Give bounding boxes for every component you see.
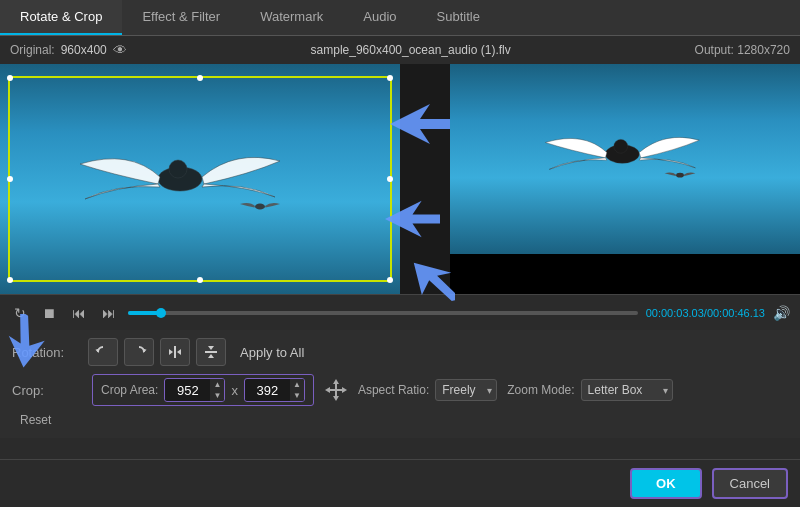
reset-row: Reset [12, 410, 788, 430]
svg-point-5 [676, 173, 684, 178]
crop-handle-br[interactable] [387, 277, 393, 283]
tab-effect-filter[interactable]: Effect & Filter [122, 0, 240, 35]
crop-width-input[interactable] [165, 381, 210, 400]
arrow-indicator-4 [8, 314, 53, 369]
video-background-left [0, 64, 400, 294]
svg-point-1 [169, 160, 187, 178]
svg-marker-7 [385, 201, 440, 238]
crop-height-input[interactable] [245, 381, 290, 400]
rotate-left-button[interactable] [88, 338, 118, 366]
info-bar: Original: 960x400 👁 sample_960x400_ocean… [0, 36, 800, 64]
reset-button[interactable]: Reset [12, 410, 59, 430]
tab-bar: Rotate & Crop Effect & Filter Watermark … [0, 0, 800, 36]
progress-slider[interactable] [128, 311, 638, 315]
bird-left-icon [60, 119, 320, 239]
crop-width-spinners: ▲ ▼ [210, 379, 224, 401]
tab-subtitle[interactable]: Subtitle [417, 0, 500, 35]
svg-marker-8 [406, 259, 455, 314]
filename: sample_960x400_ocean_audio (1).flv [311, 43, 511, 57]
flip-v-icon [203, 344, 219, 360]
cancel-button[interactable]: Cancel [712, 468, 788, 499]
apply-to-all-button[interactable]: Apply to All [232, 341, 312, 364]
crop-height-input-group: ▲ ▼ [244, 378, 305, 402]
crop-width-input-group: ▲ ▼ [164, 378, 225, 402]
zoom-mode-label: Zoom Mode: [507, 383, 574, 397]
tab-watermark[interactable]: Watermark [240, 0, 343, 35]
crop-handle-bl[interactable] [7, 277, 13, 283]
arrow-indicator-3 [400, 259, 455, 314]
rotate-right-icon [131, 344, 147, 360]
svg-marker-6 [390, 104, 450, 144]
svg-marker-23 [342, 387, 347, 393]
svg-marker-16 [208, 346, 214, 350]
crop-handle-mr[interactable] [387, 176, 393, 182]
svg-marker-21 [333, 396, 339, 401]
crop-width-down[interactable]: ▼ [210, 390, 224, 401]
x-separator: x [231, 383, 238, 398]
flip-horizontal-button[interactable] [160, 338, 190, 366]
bottom-controls: Rotation: [0, 330, 800, 438]
action-bar: OK Cancel [0, 459, 800, 507]
svg-marker-13 [169, 349, 173, 355]
crop-height-spinners: ▲ ▼ [290, 379, 304, 401]
aspect-ratio-select[interactable]: Freely 16:9 4:3 1:1 [435, 379, 497, 401]
crop-area-box: Crop Area: ▲ ▼ x ▲ ▼ [92, 374, 314, 406]
prev-frame-button[interactable]: ⏮ [68, 303, 90, 323]
crop-height-up[interactable]: ▲ [290, 379, 304, 390]
flip-h-icon [167, 344, 183, 360]
next-frame-button[interactable]: ⏭ [98, 303, 120, 323]
flip-vertical-button[interactable] [196, 338, 226, 366]
arrow-indicator-2 [385, 199, 440, 239]
video-background-right [450, 64, 800, 254]
aspect-ratio-label: Aspect Ratio: [358, 383, 429, 397]
crop-height-down[interactable]: ▼ [290, 390, 304, 401]
svg-marker-17 [208, 354, 214, 358]
svg-rect-12 [174, 346, 176, 358]
crop-row: Crop: Crop Area: ▲ ▼ x ▲ ▼ [12, 374, 788, 406]
preview-area [0, 64, 800, 294]
crop-handle-tr[interactable] [387, 75, 393, 81]
svg-marker-22 [325, 387, 330, 393]
crop-handle-bm[interactable] [197, 277, 203, 283]
rotation-row: Rotation: [12, 338, 788, 366]
aspect-ratio-group: Aspect Ratio: Freely 16:9 4:3 1:1 [358, 379, 497, 401]
letterbox-bar [450, 254, 800, 294]
bird-right-icon [530, 94, 730, 214]
time-display: 00:00:03.03/00:00:46.13 [646, 307, 765, 319]
rotate-right-button[interactable] [124, 338, 154, 366]
crop-width-up[interactable]: ▲ [210, 379, 224, 390]
svg-marker-14 [177, 349, 181, 355]
svg-point-2 [255, 204, 265, 210]
ok-button[interactable]: OK [630, 468, 702, 499]
svg-marker-9 [8, 314, 51, 369]
zoom-mode-select[interactable]: Letter Box Pan & Scan Full [581, 379, 673, 401]
crop-handle-tl[interactable] [7, 75, 13, 81]
crop-label: Crop: [12, 383, 82, 398]
crop-area-label: Crop Area: [101, 383, 158, 397]
tab-rotate-crop[interactable]: Rotate & Crop [0, 0, 122, 35]
crop-handle-ml[interactable] [7, 176, 13, 182]
progress-thumb[interactable] [156, 308, 166, 318]
rotate-left-icon [95, 344, 111, 360]
volume-icon[interactable]: 🔊 [773, 305, 790, 321]
aspect-ratio-select-wrapper: Freely 16:9 4:3 1:1 [435, 379, 497, 401]
svg-point-4 [614, 139, 628, 153]
zoom-mode-select-wrapper: Letter Box Pan & Scan Full [581, 379, 673, 401]
preview-left [0, 64, 400, 294]
output-info: Output: 1280x720 [695, 43, 790, 57]
move-icon [324, 378, 348, 402]
svg-marker-20 [333, 379, 339, 384]
eye-icon[interactable]: 👁 [113, 42, 127, 58]
original-info: Original: 960x400 👁 [10, 42, 127, 58]
arrow-indicator-1 [390, 104, 450, 144]
tab-audio[interactable]: Audio [343, 0, 416, 35]
preview-right [450, 64, 800, 294]
zoom-mode-group: Zoom Mode: Letter Box Pan & Scan Full [507, 379, 672, 401]
svg-rect-15 [205, 351, 217, 353]
crop-handle-tm[interactable] [197, 75, 203, 81]
